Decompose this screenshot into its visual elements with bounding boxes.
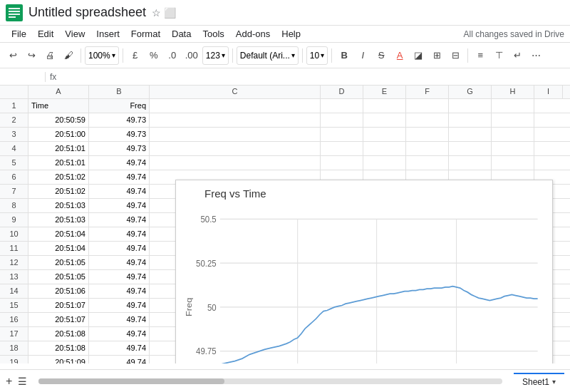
print-button[interactable]: 🖨	[41, 46, 58, 65]
col-header-f[interactable]: F	[406, 86, 449, 98]
cell-a10[interactable]: 20:51:04	[28, 227, 89, 241]
percent-button[interactable]: %	[145, 46, 162, 65]
strikethrough-button[interactable]: S	[373, 46, 390, 65]
cell-a4[interactable]: 20:51:01	[28, 142, 89, 155]
chart-container[interactable]: Freq vs Time 50.5 50.25 50 49.75 49.5 20…	[175, 180, 553, 363]
cell-b7[interactable]: 49.74	[89, 185, 150, 198]
cell-e4[interactable]	[363, 142, 406, 155]
cell-b2[interactable]: 49.73	[89, 113, 150, 127]
cell-h2[interactable]	[492, 113, 534, 127]
cell-a19[interactable]: 20:51:09	[28, 356, 89, 363]
add-sheet-button[interactable]: +	[6, 375, 12, 388]
star-icon[interactable]: ☆	[152, 7, 161, 19]
cell-e5[interactable]	[363, 156, 406, 170]
cell-d5[interactable]	[321, 156, 363, 170]
menu-help[interactable]: Help	[276, 29, 306, 39]
cell-g1[interactable]	[449, 99, 492, 113]
col-header-d[interactable]: D	[321, 86, 363, 98]
cell-b3[interactable]: 49.73	[89, 128, 150, 141]
more-button[interactable]: ⋯	[527, 46, 544, 65]
cell-b15[interactable]: 49.74	[89, 299, 150, 312]
cell-c4[interactable]	[150, 142, 321, 155]
menu-format[interactable]: Format	[125, 29, 166, 39]
col-header-g[interactable]: G	[449, 86, 492, 98]
cell-a13[interactable]: 20:51:05	[28, 270, 89, 284]
menu-data[interactable]: Data	[166, 29, 197, 39]
cell-g2[interactable]	[449, 113, 492, 127]
font-dropdown[interactable]: Default (Ari... ▾	[237, 46, 299, 65]
cell-a3[interactable]: 20:51:00	[28, 128, 89, 141]
cell-a8[interactable]: 20:51:03	[28, 199, 89, 212]
cell-a18[interactable]: 20:51:08	[28, 341, 89, 355]
borders-button[interactable]: ⊞	[428, 46, 445, 65]
cell-b5[interactable]: 49.74	[89, 156, 150, 170]
cell-b17[interactable]: 49.74	[89, 327, 150, 341]
cell-g3[interactable]	[449, 128, 492, 141]
cell-f3[interactable]	[406, 128, 449, 141]
merge-button[interactable]: ⊟	[447, 46, 464, 65]
menu-insert[interactable]: Insert	[90, 29, 125, 39]
sheet-options-button[interactable]: ☰	[18, 376, 27, 387]
formula-input[interactable]	[61, 72, 567, 82]
cell-b10[interactable]: 49.74	[89, 227, 150, 241]
menu-view[interactable]: View	[59, 29, 90, 39]
col-header-a[interactable]: A	[28, 86, 89, 98]
col-header-e[interactable]: E	[363, 86, 406, 98]
redo-button[interactable]: ↪	[23, 46, 40, 65]
undo-button[interactable]: ↩	[4, 46, 21, 65]
cell-f5[interactable]	[406, 156, 449, 170]
cell-a17[interactable]: 20:51:08	[28, 327, 89, 341]
col-header-i[interactable]: I	[534, 86, 563, 98]
cell-b13[interactable]: 49.74	[89, 270, 150, 284]
italic-button[interactable]: I	[354, 46, 371, 65]
cell-c3[interactable]	[150, 128, 321, 141]
cell-a1[interactable]: Time	[28, 99, 89, 113]
cell-a15[interactable]: 20:51:07	[28, 299, 89, 312]
cell-a11[interactable]: 20:51:04	[28, 242, 89, 255]
cell-d1[interactable]	[321, 99, 363, 113]
cell-e2[interactable]	[363, 113, 406, 127]
cell-f4[interactable]	[406, 142, 449, 155]
document-title[interactable]: Untitled spreadsheet	[28, 5, 146, 20]
currency-button[interactable]: £	[127, 46, 144, 65]
cell-f1[interactable]	[406, 99, 449, 113]
col-header-c[interactable]: C	[150, 86, 321, 98]
cell-g4[interactable]	[449, 142, 492, 155]
align-button[interactable]: ≡	[472, 46, 489, 65]
menu-addons[interactable]: Add-ons	[230, 29, 276, 39]
menu-edit[interactable]: Edit	[32, 29, 59, 39]
drive-icon[interactable]: ⬜	[164, 7, 176, 19]
cell-h1[interactable]	[492, 99, 534, 113]
cell-c2[interactable]	[150, 113, 321, 127]
cell-b19[interactable]: 49.74	[89, 356, 150, 363]
scrollbar-thumb[interactable]	[38, 378, 224, 384]
cell-b4[interactable]: 49.73	[89, 142, 150, 155]
fill-color-button[interactable]: ◪	[410, 46, 427, 65]
format-dropdown[interactable]: 123 ▾	[202, 46, 229, 65]
sheet-tab[interactable]: Sheet1 ▾	[514, 373, 564, 390]
zoom-dropdown[interactable]: 100% ▾	[85, 46, 119, 65]
cell-b16[interactable]: 49.74	[89, 313, 150, 326]
cell-b6[interactable]: 49.74	[89, 170, 150, 184]
cell-b12[interactable]: 49.74	[89, 256, 150, 269]
text-wrap-button[interactable]: ↵	[509, 46, 526, 65]
cell-d4[interactable]	[321, 142, 363, 155]
cell-a16[interactable]: 20:51:07	[28, 313, 89, 326]
cell-b8[interactable]: 49.74	[89, 199, 150, 212]
cell-reference-input[interactable]	[3, 72, 46, 82]
cell-b18[interactable]: 49.74	[89, 341, 150, 355]
cell-a5[interactable]: 20:51:01	[28, 156, 89, 170]
cell-a2[interactable]: 20:50:59	[28, 113, 89, 127]
bold-button[interactable]: B	[336, 46, 353, 65]
cell-h4[interactable]	[492, 142, 534, 155]
font-size-dropdown[interactable]: 10 ▾	[306, 46, 328, 65]
col-header-b[interactable]: B	[89, 86, 150, 98]
cell-a12[interactable]: 20:51:05	[28, 256, 89, 269]
valign-button[interactable]: ⊤	[490, 46, 507, 65]
cell-a14[interactable]: 20:51:06	[28, 284, 89, 298]
menu-tools[interactable]: Tools	[197, 29, 229, 39]
cell-d3[interactable]	[321, 128, 363, 141]
cell-a6[interactable]: 20:51:02	[28, 170, 89, 184]
cell-c5[interactable]	[150, 156, 321, 170]
text-color-button[interactable]: A	[391, 46, 408, 65]
